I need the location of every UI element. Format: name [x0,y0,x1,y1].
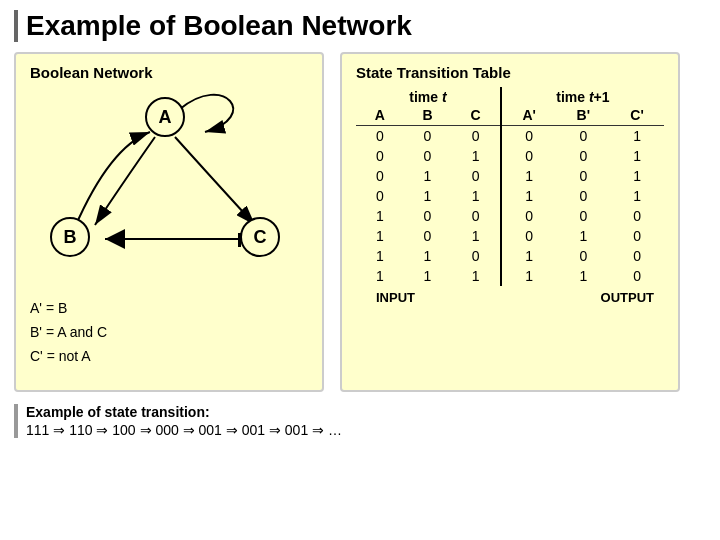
table-cell: 0 [404,206,452,226]
table-cell: 1 [356,206,404,226]
network-diagram: A B C [30,87,310,287]
table-cell: 1 [404,166,452,186]
col-C: C [451,105,501,126]
table-cell: 1 [556,266,610,286]
transition-sequence: 111 ⇒ 110 ⇒ 100 ⇒ 000 ⇒ 001 ⇒ 001 ⇒ 001 … [26,422,706,438]
table-cell: 1 [610,126,664,147]
table-cell: 0 [404,126,452,147]
table-row: 000001 [356,126,664,147]
col-A: A [356,105,404,126]
table-cell: 0 [356,166,404,186]
table-cell: 1 [451,186,501,206]
table-cell: 0 [451,246,501,266]
time-t-header: time t [356,87,501,105]
col-Bp: B' [556,105,610,126]
state-table: time t time t+1 A B C A' B' C [356,87,664,286]
table-cell: 0 [356,146,404,166]
table-cell: 1 [501,186,557,206]
table-row: 010101 [356,166,664,186]
col-Ap: A' [501,105,557,126]
table-row: 101010 [356,226,664,246]
state-transition-panel: State Transition Table time t time t+1 [340,52,680,392]
footer-input: INPUT [356,290,415,305]
time-t1-label: time t+1 [556,89,609,105]
table-cell: 0 [451,166,501,186]
table-row: 110100 [356,246,664,266]
table-cell: 1 [356,226,404,246]
table-cell: 1 [451,266,501,286]
table-row: 100000 [356,206,664,226]
table-cell: 0 [556,186,610,206]
time-t-label: time t [409,89,446,105]
table-cell: 0 [404,146,452,166]
rule-c: C' = not A [30,345,308,369]
col-B: B [404,105,452,126]
table-cell: 1 [404,266,452,286]
table-cell: 1 [610,166,664,186]
table-cell: 0 [556,206,610,226]
page-title: Example of Boolean Network [14,10,706,42]
table-cell: 0 [356,126,404,147]
time-header-row: time t time t+1 [356,87,664,105]
table-cell: 1 [610,186,664,206]
table-cell: 0 [556,126,610,147]
table-cell: 0 [501,206,557,226]
page: Example of Boolean Network Boolean Netwo… [0,0,720,540]
table-cell: 1 [556,226,610,246]
table-row: 111110 [356,266,664,286]
table-cell: 1 [451,226,501,246]
col-header-row: A B C A' B' C' [356,105,664,126]
table-container: time t time t+1 A B C A' B' C [356,87,664,305]
table-row: 011101 [356,186,664,206]
table-cell: 0 [501,226,557,246]
table-cell: 0 [556,166,610,186]
table-cell: 0 [556,146,610,166]
table-cell: 0 [610,226,664,246]
table-cell: 0 [556,246,610,266]
table-cell: 0 [356,186,404,206]
table-cell: 1 [451,146,501,166]
table-body: 0000010010010101010111011000001010101101… [356,126,664,287]
table-cell: 1 [501,266,557,286]
table-row: 001001 [356,146,664,166]
left-panel-title: Boolean Network [30,64,308,81]
table-cell: 1 [501,246,557,266]
rule-a: A' = B [30,297,308,321]
rules-section: A' = B B' = A and C C' = not A [30,297,308,368]
node-c: C [240,217,280,257]
table-footer: INPUT OUTPUT [356,290,664,305]
time-t1-header: time t+1 [501,87,664,105]
table-cell: 0 [610,206,664,226]
table-cell: 1 [404,186,452,206]
table-cell: 1 [356,266,404,286]
col-Cp: C' [610,105,664,126]
table-cell: 1 [610,146,664,166]
table-cell: 0 [610,246,664,266]
rule-b: B' = A and C [30,321,308,345]
table-cell: 0 [501,126,557,147]
transition-title: Example of state transition: [26,404,706,420]
table-cell: 0 [610,266,664,286]
content-row: Boolean Network [14,52,706,392]
node-b: B [50,217,90,257]
table-cell: 1 [356,246,404,266]
right-panel-title: State Transition Table [356,64,664,81]
boolean-network-panel: Boolean Network [14,52,324,392]
table-cell: 1 [501,166,557,186]
footer-output: OUTPUT [601,290,664,305]
node-a: A [145,97,185,137]
table-cell: 0 [501,146,557,166]
table-cell: 0 [451,126,501,147]
bottom-section: Example of state transition: 111 ⇒ 110 ⇒… [14,404,706,438]
table-cell: 1 [404,246,452,266]
table-cell: 0 [404,226,452,246]
table-cell: 0 [451,206,501,226]
